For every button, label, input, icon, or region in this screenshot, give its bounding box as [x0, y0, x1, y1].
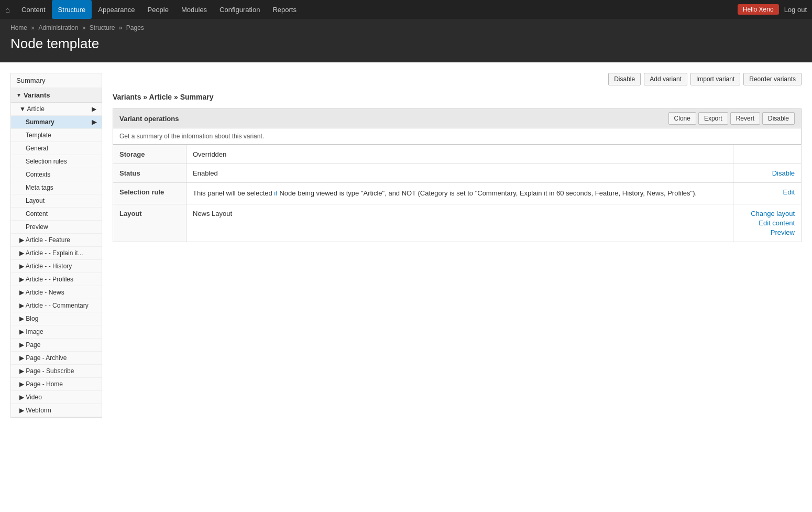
- right-panel: Disable Add variant Import variant Reord…: [102, 73, 802, 418]
- import-variant-button[interactable]: Import variant: [690, 73, 740, 85]
- edit-content-link[interactable]: Edit content: [740, 219, 795, 227]
- selection-rule-label: Selection rule: [113, 183, 186, 204]
- sidebar-article-news[interactable]: ▶ Article - News: [11, 286, 102, 299]
- disable-button[interactable]: Disable: [608, 73, 641, 85]
- sidebar: Summary ▼ Variants ▼ Article ▶ Summary ▶…: [10, 73, 102, 418]
- nav-modules[interactable]: Modules: [175, 0, 213, 19]
- storage-actions: [733, 145, 802, 164]
- selection-rule-value: This panel will be selected if Node bein…: [186, 183, 733, 204]
- sidebar-variants-header[interactable]: ▼ Variants: [11, 88, 102, 103]
- nav-items: Content Structure Appearance People Modu…: [15, 0, 738, 19]
- variant-description: Get a summary of the information about t…: [113, 128, 802, 145]
- layout-row: Layout News Layout Change layout Edit co…: [113, 204, 802, 242]
- user-badge[interactable]: Hello Xeno: [738, 4, 779, 15]
- sidebar-article-history[interactable]: ▶ Article - - History: [11, 260, 102, 273]
- sidebar-item-summary-top[interactable]: Summary: [11, 73, 102, 88]
- home-icon[interactable]: ⌂: [5, 5, 10, 14]
- summary-arrow: ▶: [92, 118, 96, 126]
- user-area: Hello Xeno Log out: [738, 4, 807, 15]
- sidebar-layout[interactable]: Layout: [11, 194, 102, 208]
- sidebar-general[interactable]: General: [11, 142, 102, 155]
- page-title: Node template: [10, 36, 802, 52]
- breadcrumb: Home » Administration » Structure » Page…: [10, 24, 802, 31]
- sidebar-preview[interactable]: Preview: [11, 221, 102, 234]
- sidebar-page-subscribe[interactable]: ▶ Page - Subscribe: [11, 365, 102, 378]
- layout-value: News Layout: [186, 204, 733, 242]
- sidebar-page-home[interactable]: ▶ Page - Home: [11, 378, 102, 391]
- sidebar-blog[interactable]: ▶ Blog: [11, 312, 102, 325]
- nav-people[interactable]: People: [141, 0, 174, 19]
- sidebar-article-feature[interactable]: ▶ Article - Feature: [11, 234, 102, 247]
- reorder-variants-button[interactable]: Reorder variants: [743, 73, 802, 85]
- breadcrumb-pages[interactable]: Pages: [126, 24, 144, 31]
- info-table: Storage Overridden Status Enabled Disabl…: [113, 145, 802, 242]
- variant-ops-header: Variant operations Clone Export Revert D…: [113, 108, 802, 128]
- status-actions: Disable: [733, 164, 802, 183]
- selection-rule-edit-link[interactable]: Edit: [783, 188, 795, 196]
- status-value: Enabled: [186, 164, 733, 183]
- nav-appearance[interactable]: Appearance: [92, 0, 141, 19]
- top-navigation: ⌂ Content Structure Appearance People Mo…: [0, 0, 812, 19]
- clone-button[interactable]: Clone: [668, 112, 696, 125]
- preview-link[interactable]: Preview: [740, 228, 795, 236]
- add-variant-button[interactable]: Add variant: [644, 73, 687, 85]
- breadcrumb-home[interactable]: Home: [10, 24, 27, 31]
- page-header: Home » Administration » Structure » Page…: [0, 19, 812, 62]
- sidebar-article-explain[interactable]: ▶ Article - - Explain it...: [11, 247, 102, 260]
- logout-link[interactable]: Log out: [784, 6, 807, 14]
- article-arrow: ▶: [92, 105, 96, 113]
- nav-structure[interactable]: Structure: [52, 0, 92, 19]
- sidebar-page-archive[interactable]: ▶ Page - Archive: [11, 352, 102, 365]
- sidebar-article[interactable]: ▼ Article ▶: [11, 103, 102, 116]
- selection-rule-row: Selection rule This panel will be select…: [113, 183, 802, 204]
- sidebar-meta-tags[interactable]: Meta tags: [11, 181, 102, 194]
- sidebar-webform[interactable]: ▶ Webform: [11, 404, 102, 417]
- nav-configuration[interactable]: Configuration: [213, 0, 266, 19]
- sidebar-video[interactable]: ▶ Video: [11, 391, 102, 404]
- if-word: if: [274, 189, 278, 197]
- variant-ops-buttons: Clone Export Revert Disable: [668, 112, 795, 125]
- storage-label: Storage: [113, 145, 186, 164]
- nav-content[interactable]: Content: [15, 0, 52, 19]
- layout-label: Layout: [113, 204, 186, 242]
- status-row: Status Enabled Disable: [113, 164, 802, 183]
- sidebar-image[interactable]: ▶ Image: [11, 325, 102, 339]
- status-label: Status: [113, 164, 186, 183]
- main-content: Summary ▼ Variants ▼ Article ▶ Summary ▶…: [0, 62, 812, 428]
- variants-expand-icon: ▼: [16, 92, 21, 98]
- ops-disable-button[interactable]: Disable: [762, 112, 795, 125]
- breadcrumb-structure[interactable]: Structure: [90, 24, 115, 31]
- sidebar-article-commentary[interactable]: ▶ Article - - Commentary: [11, 299, 102, 312]
- storage-row: Storage Overridden: [113, 145, 802, 164]
- change-layout-link[interactable]: Change layout: [740, 210, 795, 217]
- sidebar-selection-rules[interactable]: Selection rules: [11, 155, 102, 168]
- selection-rule-actions: Edit: [733, 183, 802, 204]
- breadcrumb-administration[interactable]: Administration: [38, 24, 78, 31]
- sidebar-template[interactable]: Template: [11, 129, 102, 142]
- sidebar-article-profiles[interactable]: ▶ Article - - Profiles: [11, 273, 102, 286]
- sidebar-summary[interactable]: Summary ▶: [11, 116, 102, 129]
- sidebar-content[interactable]: Content: [11, 208, 102, 221]
- sidebar-page[interactable]: ▶ Page: [11, 339, 102, 352]
- nav-reports[interactable]: Reports: [266, 0, 303, 19]
- sidebar-contexts[interactable]: Contexts: [11, 168, 102, 181]
- layout-actions: Change layout Edit content Preview: [733, 204, 802, 242]
- status-disable-link[interactable]: Disable: [772, 169, 795, 177]
- export-button[interactable]: Export: [698, 112, 728, 125]
- variant-ops-title: Variant operations: [119, 115, 179, 123]
- storage-value: Overridden: [186, 145, 733, 164]
- revert-button[interactable]: Revert: [730, 112, 760, 125]
- variant-breadcrumb: Variants » Article » Summary: [113, 93, 802, 101]
- top-actions: Disable Add variant Import variant Reord…: [113, 73, 802, 85]
